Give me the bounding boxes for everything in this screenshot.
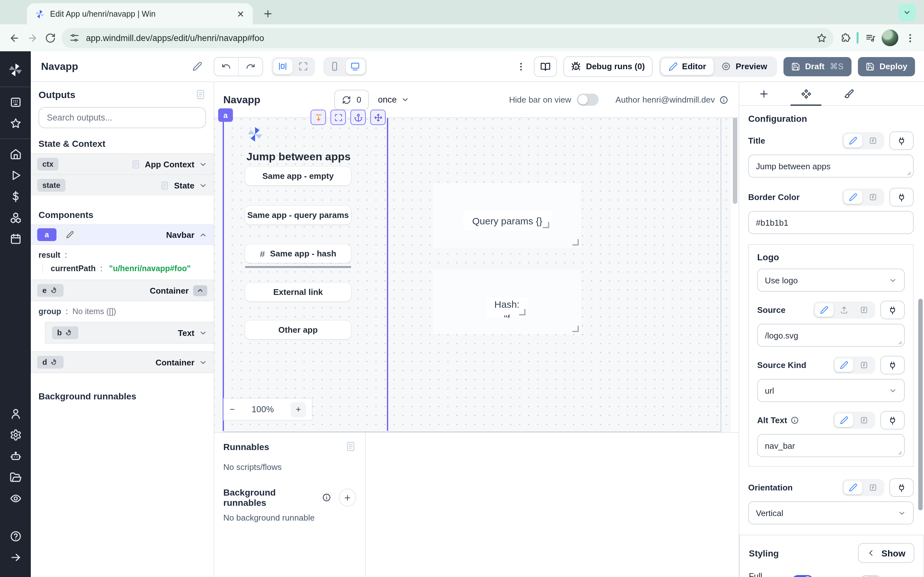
refresh-button[interactable]: 0 [334,89,369,110]
fx-mode-button[interactable] [855,358,873,372]
static-mode-button[interactable] [844,190,863,204]
zoom-in-button[interactable]: + [291,402,306,417]
resize-handle[interactable] [572,239,579,245]
browser-tab[interactable]: Edit App u/henri/navapp | Win ✕ [27,3,253,24]
address-bar[interactable]: app.windmill.dev/apps/edit/u/henri/navap… [61,28,834,48]
add-background-runnable-button[interactable] [339,488,356,506]
panel-doc-icon[interactable] [195,89,206,100]
sidebar-item-home[interactable] [9,148,21,160]
full-height-desktop-toggle[interactable] [792,575,814,577]
static-mode-button[interactable] [835,358,853,372]
media-control-button[interactable] [864,31,877,44]
ctx-row[interactable]: ctx App Context [31,153,214,174]
resize-handle[interactable] [519,309,525,316]
hide-bar-toggle[interactable] [577,93,599,106]
sidebar-item-folders[interactable] [9,471,21,484]
hash-text[interactable]: Hash: "f [486,298,527,318]
sidebar-item-audit[interactable] [9,492,21,504]
deploy-button[interactable]: Deploy [858,57,915,76]
query-params-container[interactable]: Query params {} [433,183,581,247]
resize-grip-icon[interactable] [896,338,902,345]
show-styling-button[interactable]: Show [858,543,914,563]
selection-left-edge[interactable] [223,111,224,431]
desktop-view-button[interactable] [346,59,365,74]
connect-button[interactable] [889,131,914,150]
forward-button[interactable] [26,31,39,44]
selection-right-edge[interactable] [387,111,388,431]
resize-handle[interactable] [572,326,579,332]
static-mode-button[interactable] [844,481,863,494]
query-params-text[interactable]: Query params {} [463,211,551,230]
component-row-navbar[interactable]: a Navbar [31,224,214,245]
sidebar-item-favorites[interactable] [9,117,21,129]
sidebar-item-schedules[interactable] [9,233,21,245]
full-height-mobile-toggle[interactable] [860,575,882,577]
tab-insert[interactable] [747,82,780,105]
tab-close-icon[interactable]: ✕ [235,8,246,19]
zoom-out-button[interactable]: − [230,405,235,414]
draft-button[interactable]: Draft ⌘S [783,57,851,76]
component-row-container-e[interactable]: e Container [31,279,214,301]
browser-menu-button[interactable] [903,31,916,44]
chevron-down-icon[interactable] [199,160,207,168]
hash-container[interactable]: Hash: "f [433,270,581,334]
static-mode-button[interactable] [844,134,863,147]
collapse-button[interactable] [193,285,207,296]
orientation-select[interactable]: Vertical [748,501,914,524]
undo-button[interactable] [214,57,238,75]
static-mode-button[interactable] [835,414,853,427]
border-color-input[interactable]: #b1b1b1 [748,211,914,234]
centered-layout-button[interactable] [273,59,292,74]
sidebar-item-settings[interactable] [9,429,21,441]
tab-search-button[interactable] [898,4,916,21]
chevron-down-icon[interactable] [199,358,207,366]
expand-down-button[interactable] [310,110,326,125]
edit-id-button[interactable] [61,228,78,241]
sidebar-item-variables[interactable] [9,190,21,203]
component-row-container-d[interactable]: d Container [31,351,214,373]
alt-text-input[interactable]: nav_bar [757,434,905,457]
resize-handle[interactable] [543,222,549,228]
nav-item-hash[interactable]: # Same app - hash [245,244,351,263]
connect-button[interactable] [880,356,905,374]
debug-runs-button[interactable]: Debug runs (0) [564,56,652,77]
panel-doc-icon[interactable] [345,441,356,452]
source-input[interactable]: /logo.svg [757,324,905,347]
state-row[interactable]: state State [31,174,214,195]
search-outputs[interactable] [39,107,206,128]
rename-pencil-icon[interactable] [192,61,202,71]
resize-grip-icon[interactable] [905,169,911,176]
sidebar-item-users[interactable] [9,408,21,420]
nav-item-empty[interactable]: Same app - empty [245,167,351,185]
fx-mode-button[interactable] [864,481,882,494]
avatar[interactable] [882,29,898,46]
fx-mode-button[interactable] [864,134,882,147]
resize-grip-icon[interactable] [896,449,902,455]
sidebar-item-resources[interactable] [9,211,21,224]
tab-component-settings[interactable] [789,82,822,105]
chevron-down-icon[interactable] [199,181,207,189]
fx-mode-button[interactable] [864,190,882,204]
new-tab-button[interactable] [259,5,276,22]
windmill-logo-icon[interactable] [8,62,23,77]
sidebar-item-workers[interactable] [9,450,21,462]
title-input[interactable]: Jump between apps [748,155,914,177]
redo-button[interactable] [238,57,262,75]
docs-button[interactable] [534,56,557,77]
static-mode-button[interactable] [815,303,834,317]
connect-button[interactable] [880,301,905,319]
move-button[interactable] [370,110,386,125]
settings-scrollbar-thumb[interactable] [918,299,923,510]
upload-mode-button[interactable] [835,303,853,317]
nav-item-other-app[interactable]: Other app [245,321,351,339]
logo-select[interactable]: Use logo [757,269,905,292]
nav-item-external-link[interactable]: External link [245,283,351,301]
mobile-view-button[interactable] [325,59,344,74]
tab-editor[interactable]: Editor [661,58,714,75]
extensions-button[interactable] [838,31,851,44]
fx-mode-button[interactable] [855,414,873,427]
fullwidth-layout-button[interactable] [294,59,313,74]
tab-preview[interactable]: Preview [714,58,775,75]
connect-button[interactable] [889,478,914,497]
more-menu-icon[interactable] [516,61,526,71]
